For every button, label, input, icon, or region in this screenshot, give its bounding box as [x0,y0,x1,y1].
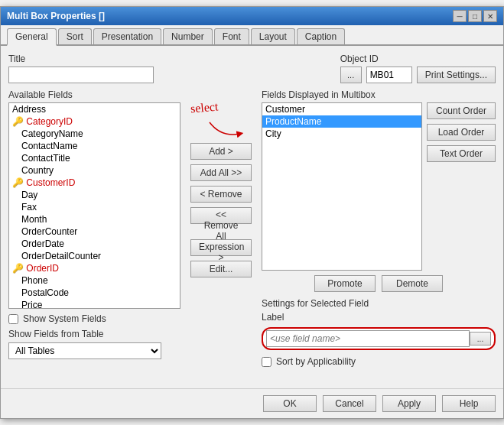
window-title: Multi Box Properties [] [7,11,105,21]
tab-layout[interactable]: Layout [251,28,295,44]
show-from-table-label: Show Fields from Table [8,329,180,339]
field-phone[interactable]: Phone [9,274,180,287]
close-button[interactable]: ✕ [483,10,497,22]
field-contacttitle[interactable]: ContactTitle [9,152,180,164]
expression-button[interactable]: Expression > [190,239,252,256]
apply-button[interactable]: Apply [382,395,436,412]
maximize-button[interactable]: □ [468,10,482,22]
field-contactname[interactable]: ContactName [9,140,180,152]
sort-checkbox-row: Sort by Applicability [262,356,496,367]
field-orderdetailcounter[interactable]: OrderDetailCounter [9,250,180,262]
tab-presentation[interactable]: Presentation [93,28,161,44]
print-settings-button[interactable]: Print Settings... [417,67,496,83]
select-arrow [206,118,244,141]
main-window: Multi Box Properties [] ─ □ ✕ General So… [0,6,504,419]
tab-sort[interactable]: Sort [58,28,92,44]
sort-by-applicability-label: Sort by Applicability [276,356,356,367]
field-categoryname[interactable]: CategoryName [9,128,180,140]
tab-number[interactable]: Number [163,28,213,44]
available-fields-label: Available Fields [8,89,180,100]
object-id-label: Object ID [340,54,379,64]
main-area: Available Fields Address 🔑 CategoryID Ca… [8,89,496,367]
field-price[interactable]: Price [9,299,180,309]
field-categoryid[interactable]: 🔑 CategoryID [9,115,180,128]
field-orderid[interactable]: 🔑 OrderID [9,262,180,274]
tab-bar: General Sort Presentation Number Font La… [1,25,503,46]
field-month[interactable]: Month [9,213,180,225]
title-bar-controls: ─ □ ✕ [453,10,497,22]
system-fields-row: Show System Fields [8,313,180,324]
label-input[interactable] [266,330,470,347]
count-order-button[interactable]: Count Order [427,102,496,119]
show-from-table-section: Show Fields from Table All Tables [8,329,180,359]
promote-button[interactable]: Promote [314,275,376,292]
load-order-button[interactable]: Load Order [427,124,496,141]
title-bar: Multi Box Properties [] ─ □ ✕ [1,7,503,25]
all-tables-select[interactable]: All Tables [8,342,161,359]
field-fax[interactable]: Fax [9,201,180,213]
show-system-fields-checkbox[interactable] [8,314,18,324]
handwritten-select: select [190,99,219,115]
add-button[interactable]: Add > [190,143,252,160]
text-order-button[interactable]: Text Order [427,145,496,162]
right-panel: Fields Displayed in Multibox Customer Pr… [262,89,496,367]
label-input-wrapper: ... [262,327,496,350]
remove-all-button[interactable]: << Remove All [190,207,252,224]
help-button[interactable]: Help [442,395,496,412]
ok-button[interactable]: OK [263,395,317,412]
label-ellipsis-button[interactable]: ... [470,332,491,346]
title-label: Title [8,54,154,64]
title-input[interactable] [8,67,154,83]
tab-content: Title Object ID ... Print Settings... Av… [1,46,503,381]
field-ordercounter[interactable]: OrderCounter [9,225,180,238]
left-panel: Available Fields Address 🔑 CategoryID Ca… [8,89,180,367]
demote-button[interactable]: Demote [382,275,443,292]
title-ellipsis-button[interactable]: ... [340,67,362,83]
field-day[interactable]: Day [9,189,180,201]
field-postalcode[interactable]: PostalCode [9,287,180,299]
tab-caption[interactable]: Caption [297,28,345,44]
tab-font[interactable]: Font [214,28,249,44]
middle-buttons: select Add > Add All >> < Remove << Remo… [187,89,255,367]
promote-demote-row: Promote Demote [262,275,496,292]
right-buttons: Count Order Load Order Text Order [427,102,496,271]
tab-general[interactable]: General [7,28,57,46]
bottom-buttons: OK Cancel Apply Help [1,388,503,418]
sort-by-applicability-checkbox[interactable] [262,357,272,367]
minimize-button[interactable]: ─ [453,10,467,22]
fields-right-col: Customer ProductName City Count Order Lo… [262,102,496,271]
settings-section: Settings for Selected Field Label ... So… [262,298,496,367]
remove-button[interactable]: < Remove [190,186,252,203]
displayed-productname[interactable]: ProductName [262,115,421,128]
available-fields-list[interactable]: Address 🔑 CategoryID CategoryName Contac… [8,102,180,309]
label-label: Label [262,312,284,323]
fields-displayed-label: Fields Displayed in Multibox [262,89,496,100]
field-country[interactable]: Country [9,164,180,177]
label-row: Label [262,312,496,323]
displayed-customer[interactable]: Customer [262,103,421,115]
fields-displayed-list[interactable]: Customer ProductName City [262,102,422,271]
show-system-fields-label: Show System Fields [23,313,106,324]
displayed-city[interactable]: City [262,128,421,140]
cancel-button[interactable]: Cancel [323,395,376,412]
field-orderdate[interactable]: OrderDate [9,238,180,250]
settings-title: Settings for Selected Field [262,298,496,309]
edit-button[interactable]: Edit... [190,261,252,277]
field-customerid[interactable]: 🔑 CustomerID [9,177,180,189]
add-all-button[interactable]: Add All >> [190,164,252,181]
object-id-input[interactable] [366,67,412,83]
field-address[interactable]: Address [9,103,180,115]
